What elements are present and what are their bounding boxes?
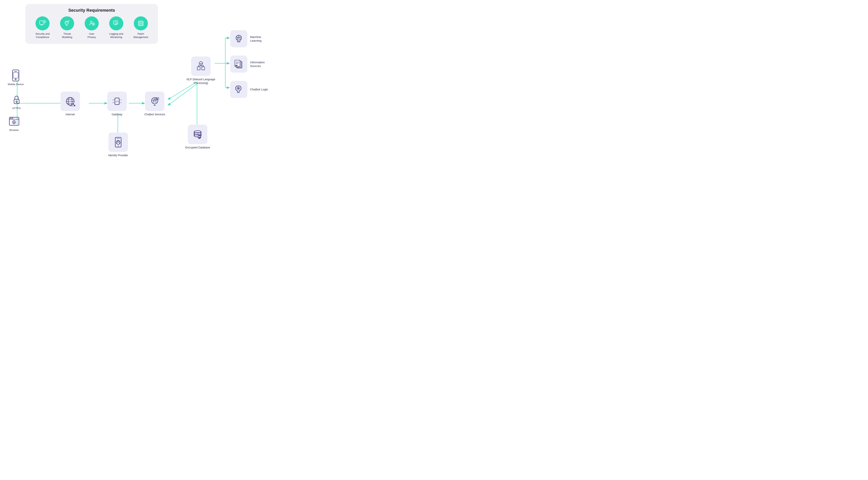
logging-monitoring-icon-circle: [109, 16, 123, 30]
svg-rect-86: [202, 67, 205, 70]
patch-management-icon-circle: [134, 16, 148, 30]
mobile-device-node: Mobile Device: [8, 69, 24, 86]
svg-rect-44: [14, 99, 19, 104]
svg-point-102: [118, 145, 119, 146]
identity-provider-icon-box: [108, 133, 128, 152]
information-sources-label: Information Sources: [250, 60, 272, 68]
svg-line-122: [237, 87, 238, 88]
nlp-label: NLP (Natural Language Processing): [186, 77, 216, 85]
encrypted-database-icon: [192, 129, 203, 140]
chatbot-services-icon-box: [145, 92, 164, 111]
https-node: HTTPS: [10, 93, 23, 110]
patch-management-icon: [137, 20, 145, 27]
gateway-label: Gateway: [112, 113, 122, 116]
security-compliance-label: Security andCompliance: [35, 32, 50, 39]
chatbot-logic-icon-box: [230, 81, 247, 98]
security-box-title: Security Requirements: [31, 8, 152, 13]
machine-learning-panel: Machine Learning: [230, 30, 272, 47]
chatbot-logic-label: Chatbot Logic: [250, 88, 268, 91]
information-sources-panel: Information Sources: [230, 56, 272, 73]
internet-label: Internet: [66, 113, 75, 116]
internet-icon: WWW: [65, 96, 76, 107]
security-compliance-icon: [39, 20, 46, 27]
svg-text:WWW: WWW: [70, 105, 74, 107]
svg-text:</>: </>: [116, 101, 119, 102]
svg-point-68: [153, 100, 154, 101]
https-icon: [10, 93, 23, 106]
identity-provider-icon: [113, 137, 124, 148]
svg-point-49: [10, 118, 11, 119]
svg-rect-47: [9, 117, 19, 125]
machine-learning-label: Machine Learning: [250, 35, 272, 43]
security-requirements-box: Security Requirements Security andCompli…: [25, 4, 158, 44]
chatbot-services-label: Chatbot Services: [144, 113, 165, 116]
threat-modeling-icon: [63, 20, 71, 27]
svg-point-59: [72, 103, 73, 104]
machine-learning-icon: [234, 34, 244, 44]
svg-point-25: [93, 24, 94, 25]
browser-icon: [8, 115, 21, 128]
security-item-logging: Logging andMonitoring: [105, 16, 127, 39]
diagram-container: Security Requirements Security andCompli…: [0, 0, 289, 160]
user-privacy-label: UserPrivacy: [88, 32, 96, 39]
svg-point-50: [12, 118, 13, 119]
browser-node: Browser: [8, 115, 21, 132]
security-item-patch: PatchManagement: [130, 16, 152, 39]
security-item-threat: ThreatModeling: [56, 16, 78, 39]
mobile-device-icon: [9, 69, 22, 82]
svg-text:NLP: NLP: [200, 63, 203, 64]
chatbot-services-icon: [149, 96, 160, 107]
svg-point-70: [154, 99, 155, 100]
svg-rect-85: [197, 67, 200, 70]
svg-point-106: [237, 39, 238, 39]
logging-monitoring-icon: [113, 20, 120, 27]
nlp-icon: NLP: [195, 61, 207, 72]
svg-line-123: [239, 89, 240, 90]
encrypted-database-node: Encrypted Database: [185, 125, 210, 149]
identity-provider-label: Identity Provider: [108, 153, 128, 157]
threat-modeling-icon-circle: [60, 16, 74, 30]
security-items-row: Security andCompliance ThreatModeling: [31, 16, 152, 39]
machine-learning-icon-box: [230, 30, 247, 47]
nlp-icon-box: NLP: [191, 57, 211, 76]
nlp-node: NLP NLP (Natural Language Processing): [186, 57, 216, 85]
svg-rect-43: [13, 72, 18, 78]
encrypted-database-icon-box: [188, 125, 207, 144]
patch-management-label: PatchManagement: [133, 32, 148, 39]
svg-line-7: [168, 84, 197, 105]
https-label: HTTPS: [12, 107, 21, 110]
gateway-icon: </>: [112, 96, 123, 107]
logging-monitoring-label: Logging andMonitoring: [109, 32, 123, 39]
user-privacy-icon: [88, 20, 95, 27]
svg-point-104: [237, 37, 238, 38]
information-sources-icon: [234, 59, 244, 69]
svg-line-28: [116, 23, 117, 24]
svg-point-82: [154, 103, 155, 104]
chatbot-services-node: Chatbot Services: [144, 92, 165, 116]
user-privacy-icon-circle: [85, 16, 99, 30]
svg-point-18: [43, 20, 45, 23]
security-compliance-icon-circle: [35, 16, 50, 30]
svg-point-35: [141, 23, 141, 24]
internet-icon-box: WWW: [60, 92, 80, 111]
browser-label: Browser: [9, 129, 19, 132]
gateway-icon-box: </>: [107, 92, 127, 111]
svg-point-69: [155, 100, 157, 101]
threat-modeling-label: ThreatModeling: [62, 32, 72, 39]
svg-point-41: [15, 79, 16, 80]
svg-rect-115: [235, 65, 238, 66]
encrypted-database-label: Encrypted Database: [185, 146, 210, 149]
identity-provider-node: Identity Provider: [108, 133, 128, 157]
mobile-device-label: Mobile Device: [8, 83, 24, 86]
security-item-privacy: UserPrivacy: [81, 16, 102, 39]
chatbot-logic-icon: [234, 84, 244, 95]
chatbot-logic-panel: Chatbot Logic: [230, 81, 268, 98]
svg-point-23: [90, 21, 92, 23]
gateway-node: </> Gateway: [107, 92, 127, 116]
information-sources-icon-box: [230, 56, 247, 73]
svg-point-108: [238, 38, 239, 38]
svg-point-107: [240, 39, 241, 39]
svg-point-98: [199, 137, 200, 138]
svg-point-20: [66, 22, 67, 23]
svg-point-124: [238, 88, 239, 89]
